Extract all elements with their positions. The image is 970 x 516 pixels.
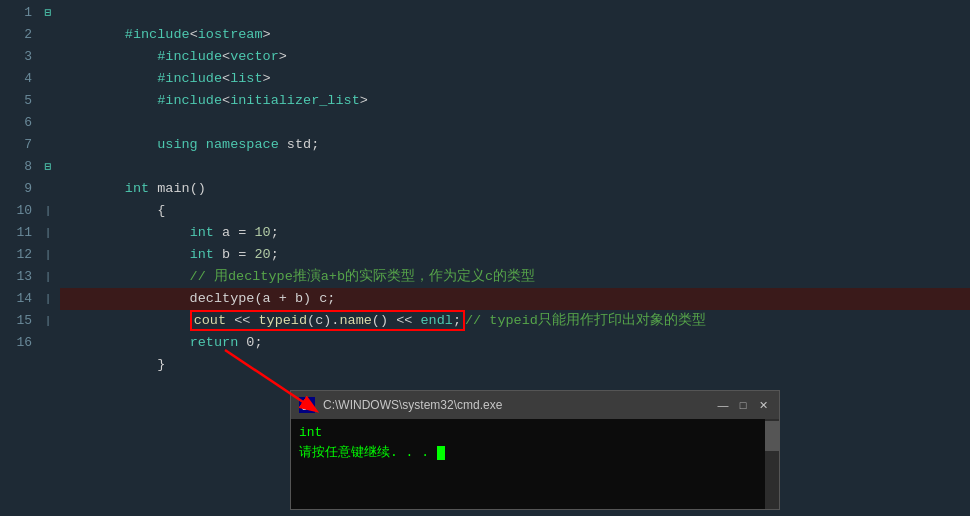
token: < (222, 71, 230, 86)
token: ; (271, 247, 279, 262)
line-num-12: 12 (0, 244, 32, 266)
line-num-1: 1 (0, 2, 32, 24)
gutter-15: | (40, 310, 56, 332)
cmd-scrollbar[interactable] (765, 419, 779, 509)
token: return (190, 335, 239, 350)
token: (c). (307, 313, 339, 328)
token (125, 137, 157, 152)
token: << (226, 313, 258, 328)
token: decltype(a + b) c; (125, 291, 336, 306)
cmd-controls: — □ ✕ (715, 397, 771, 413)
cmd-title-text: C:\WINDOWS\system32\cmd.exe (323, 398, 707, 412)
token: { (125, 203, 166, 218)
token: // 用decltype推演a+b的实际类型，作为定义c的类型 (125, 269, 535, 284)
token: std; (279, 137, 320, 152)
token: #include (157, 93, 222, 108)
gutter-2 (40, 24, 56, 46)
token: > (263, 27, 271, 42)
cmd-scroll-thumb[interactable] (765, 421, 779, 451)
token: ; (453, 313, 461, 328)
cmd-icon: C (299, 397, 315, 413)
token (125, 225, 190, 240)
token: b = (214, 247, 255, 262)
token: #include (157, 71, 222, 86)
token: 0; (238, 335, 262, 350)
line-num-14: 14 (0, 288, 32, 310)
token: int (190, 247, 214, 262)
line-num-7: 7 (0, 134, 32, 156)
token (125, 49, 157, 64)
cmd-maximize-button[interactable]: □ (735, 397, 751, 413)
token (125, 71, 157, 86)
highlighted-code: cout << typeid(c).name() << endl; (190, 310, 465, 331)
cmd-output-line-2: 请按任意键继续. . . (299, 443, 757, 463)
token (125, 93, 157, 108)
gutter-16 (40, 332, 56, 354)
token: < (222, 49, 230, 64)
token: ; (271, 225, 279, 240)
token: cout (194, 313, 226, 328)
line-num-3: 3 (0, 46, 32, 68)
fold-8[interactable]: ⊟ (40, 156, 56, 178)
token: iostream (198, 27, 263, 42)
line-num-9: 9 (0, 178, 32, 200)
svg-text:C: C (301, 401, 308, 413)
token: () << (372, 313, 421, 328)
cmd-minimize-button[interactable]: — (715, 397, 731, 413)
code-line-1: #include<iostream> (60, 2, 970, 24)
line-num-5: 5 (0, 90, 32, 112)
token: > (279, 49, 287, 64)
token: // typeid只能用作打印出对象的类型 (465, 313, 706, 328)
cmd-window: C C:\WINDOWS\system32\cmd.exe — □ ✕ int … (290, 390, 780, 510)
line-num-13: 13 (0, 266, 32, 288)
token: main() (149, 181, 206, 196)
gutter-3 (40, 46, 56, 68)
cmd-output-line-1: int (299, 423, 757, 443)
cmd-body: int 请按任意键继续. . . (291, 419, 779, 509)
token: endl (420, 313, 452, 328)
gutter-10: | (40, 200, 56, 222)
line-num-16: 16 (0, 332, 32, 354)
line-num-8: 8 (0, 156, 32, 178)
line-num-10: 10 (0, 200, 32, 222)
token: typeid (258, 313, 307, 328)
token: vector (230, 49, 279, 64)
token: < (222, 93, 230, 108)
token: < (190, 27, 198, 42)
token: a = (214, 225, 255, 240)
code-line-6: using namespace std; (60, 112, 970, 134)
line-num-2: 2 (0, 24, 32, 46)
token: 20 (254, 247, 270, 262)
line-num-6: 6 (0, 112, 32, 134)
gutter-6 (40, 112, 56, 134)
gutter-11: | (40, 222, 56, 244)
line-num-15: 15 (0, 310, 32, 332)
token: int (125, 181, 149, 196)
cmd-close-button[interactable]: ✕ (755, 397, 771, 413)
token: 10 (254, 225, 270, 240)
gutter-12: | (40, 244, 56, 266)
token: using namespace (157, 137, 279, 152)
cursor-block (437, 446, 445, 460)
token (125, 313, 190, 328)
gutter-9 (40, 178, 56, 200)
gutter-5 (40, 90, 56, 112)
gutter-14: | (40, 288, 56, 310)
fold-1[interactable]: ⊟ (40, 2, 56, 24)
token (125, 247, 190, 262)
code-line-10: int a = 10; (60, 200, 970, 222)
token: int (190, 225, 214, 240)
cmd-output-area: int 请按任意键继续. . . (291, 419, 765, 509)
token: #include (157, 49, 222, 64)
line-num-4: 4 (0, 68, 32, 90)
token: list (230, 71, 262, 86)
token: } (125, 357, 166, 372)
token: > (360, 93, 368, 108)
gutter: ⊟ ⊟ | | | | | | (40, 0, 56, 516)
token (125, 335, 190, 350)
line-num-11: 11 (0, 222, 32, 244)
token: > (263, 71, 271, 86)
token: initializer_list (230, 93, 360, 108)
token: #include (125, 27, 190, 42)
gutter-4 (40, 68, 56, 90)
